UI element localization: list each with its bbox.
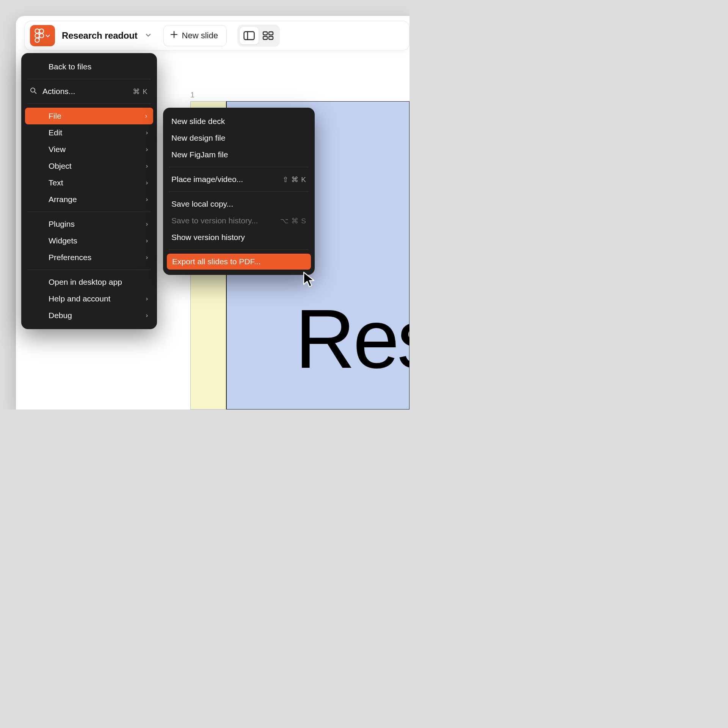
- grid-view-button[interactable]: [259, 27, 278, 44]
- menu-open-desktop-app[interactable]: Open in desktop app: [21, 274, 157, 290]
- chevron-right-icon: ›: [146, 295, 148, 302]
- submenu-new-design-file[interactable]: New design file: [163, 130, 315, 146]
- new-slide-button[interactable]: New slide: [163, 25, 227, 46]
- chevron-right-icon: ›: [146, 129, 148, 136]
- submenu-new-slide-deck[interactable]: New slide deck: [163, 113, 315, 130]
- menu-object[interactable]: Object ›: [21, 158, 157, 174]
- chevron-right-icon: ›: [146, 196, 148, 203]
- submenu-show-version-history[interactable]: Show version history: [163, 229, 315, 246]
- menu-file[interactable]: File ›: [25, 108, 153, 124]
- chevron-right-icon: ›: [146, 221, 148, 228]
- menu-preferences[interactable]: Preferences ›: [21, 249, 157, 266]
- main-menu-button[interactable]: [30, 25, 55, 46]
- svg-rect-8: [263, 32, 267, 35]
- menu-debug[interactable]: Debug ›: [21, 307, 157, 324]
- submenu-export-pdf[interactable]: Export all slides to PDF...: [167, 254, 311, 270]
- chevron-right-icon: ›: [145, 113, 147, 119]
- document-title-chevron-icon[interactable]: [145, 32, 151, 39]
- menu-plugins[interactable]: Plugins ›: [21, 216, 157, 232]
- slide-title-text[interactable]: Res: [295, 291, 410, 387]
- menu-view[interactable]: View ›: [21, 141, 157, 158]
- menu-help-account[interactable]: Help and account ›: [21, 290, 157, 307]
- menu-edit[interactable]: Edit ›: [21, 124, 157, 141]
- file-submenu: New slide deck New design file New FigJa…: [163, 108, 315, 275]
- svg-point-3: [39, 33, 44, 38]
- chevron-right-icon: ›: [146, 312, 148, 319]
- menu-back-to-files[interactable]: Back to files: [21, 58, 157, 75]
- plus-icon: [170, 30, 178, 41]
- svg-rect-10: [263, 36, 267, 39]
- search-icon: [30, 87, 37, 96]
- submenu-new-figjam-file[interactable]: New FigJam file: [163, 146, 315, 163]
- new-slide-label: New slide: [182, 31, 218, 41]
- svg-line-13: [35, 92, 36, 94]
- single-slide-view-button[interactable]: [240, 27, 259, 44]
- submenu-save-local-copy[interactable]: Save local copy...: [163, 196, 315, 212]
- svg-point-4: [35, 38, 39, 42]
- slide-number: 1: [190, 91, 195, 99]
- chevron-right-icon: ›: [146, 163, 148, 169]
- chevron-right-icon: ›: [146, 254, 148, 261]
- view-mode-toggle: [237, 25, 280, 47]
- chevron-right-icon: ›: [146, 146, 148, 153]
- shortcut-label: ⌥ ⌘ S: [280, 217, 306, 225]
- chevron-right-icon: ›: [146, 237, 148, 244]
- figma-logo-icon: [35, 28, 44, 43]
- svg-rect-6: [244, 32, 254, 40]
- toolbar: Research readout New slide: [24, 21, 410, 50]
- menu-actions[interactable]: Actions... ⌘ K: [21, 83, 157, 100]
- menu-text[interactable]: Text ›: [21, 174, 157, 191]
- shortcut-label: ⇧ ⌘ K: [282, 175, 306, 184]
- svg-point-12: [31, 88, 35, 92]
- submenu-place-media[interactable]: Place image/video... ⇧ ⌘ K: [163, 171, 315, 188]
- svg-point-1: [39, 29, 44, 33]
- chevron-right-icon: ›: [146, 179, 148, 186]
- menu-arrange[interactable]: Arrange ›: [21, 191, 157, 208]
- svg-point-2: [35, 33, 39, 38]
- menu-widgets[interactable]: Widgets ›: [21, 232, 157, 249]
- shortcut-label: ⌘ K: [133, 87, 148, 96]
- document-title[interactable]: Research readout: [62, 30, 138, 41]
- svg-rect-9: [269, 32, 273, 35]
- svg-point-0: [35, 29, 39, 33]
- svg-rect-11: [269, 36, 273, 39]
- chevron-down-icon: [45, 33, 50, 38]
- main-menu: Back to files Actions... ⌘ K File › Edit…: [21, 53, 157, 329]
- submenu-save-version-history: Save to version history... ⌥ ⌘ S: [163, 212, 315, 229]
